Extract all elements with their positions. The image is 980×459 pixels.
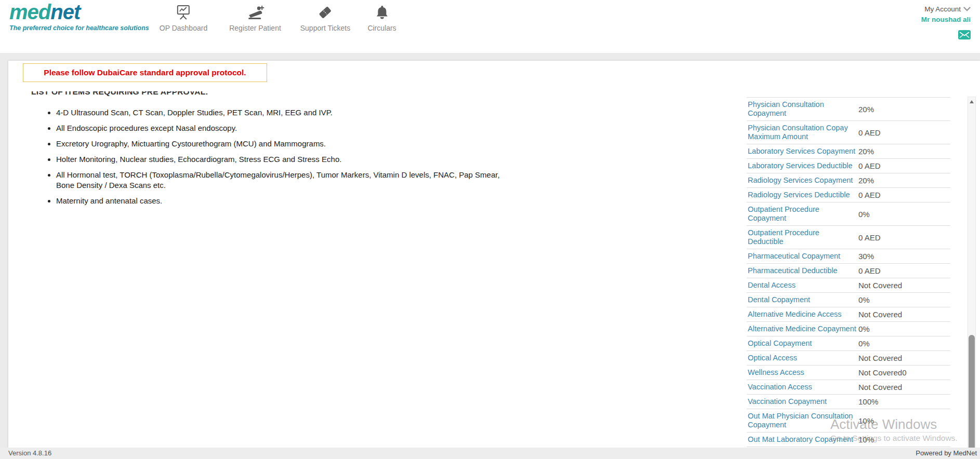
benefit-label-link[interactable]: Optical Access	[748, 354, 857, 362]
benefit-row: Outpatient Procedure Copayment 0%	[747, 203, 950, 226]
benefit-label-link[interactable]: Pharmaceutical Copayment	[748, 252, 857, 261]
benefit-row: Physician Consultation Copay Maximum Amo…	[747, 121, 950, 144]
benefit-row: Pharmaceutical Deductible 0 AED	[747, 264, 950, 278]
benefit-value: Not Covered0	[857, 368, 950, 377]
register-patient-icon	[229, 3, 281, 22]
my-account-label: My Account	[924, 5, 961, 13]
logo-med-text: med	[9, 1, 50, 23]
benefits-table: Physician Consultation Copayment 20% Phy…	[747, 97, 950, 447]
envelope-icon[interactable]	[958, 30, 971, 42]
benefit-row: Wellness Access Not Covered0	[747, 366, 950, 380]
benefit-row: Out Mat Physician Consultation Copayment…	[747, 409, 950, 433]
nav-label: Register Patient	[229, 24, 281, 32]
bell-icon	[367, 3, 396, 22]
benefit-label-link[interactable]: Wellness Access	[748, 368, 857, 377]
table-scrollbar[interactable]	[968, 97, 976, 448]
benefit-label-link[interactable]: Radiology Services Deductible	[748, 191, 857, 199]
logo-tagline: The preferred choice for healthcare solu…	[9, 24, 149, 32]
benefit-label-link[interactable]: Physician Consultation Copayment	[748, 100, 857, 118]
nav-item-register-patient[interactable]: Register Patient	[229, 3, 281, 32]
benefit-value: 0%	[857, 210, 950, 219]
benefit-row: Optical Copayment 0%	[747, 336, 950, 351]
pre-approval-heading-clip: LIST OF ITEMS REQUIRING PRE APPROVAL:	[31, 91, 395, 99]
benefit-label-link[interactable]: Laboratory Services Deductible	[748, 161, 857, 170]
benefit-value: 20%	[857, 105, 950, 114]
app-footer: Version 4.8.16 Powered by MedNet	[0, 448, 980, 459]
pre-approval-list-item: 4-D Ultrasound Scan, CT Scan, Doppler St…	[56, 107, 507, 118]
benefit-label-link[interactable]: Outpatient Procedure Deductible	[748, 228, 857, 246]
benefit-row: Laboratory Services Copayment 20%	[747, 144, 950, 159]
benefit-value: 20%	[857, 147, 950, 156]
logo-wordmark: mednet	[9, 1, 149, 23]
benefit-value: 20%	[857, 176, 950, 185]
benefit-value: 0 AED	[857, 161, 950, 170]
benefit-label-link[interactable]: Alternative Medicine Access	[748, 310, 857, 319]
benefit-row: Dental Access Not Covered	[747, 278, 950, 293]
mednet-logo[interactable]: mednet The preferred choice for healthca…	[9, 1, 149, 32]
logo-net-text: net	[50, 1, 80, 23]
app-header: mednet The preferred choice for healthca…	[0, 0, 980, 53]
nav-label: Circulars	[367, 24, 396, 32]
benefit-label-link[interactable]: Laboratory Services Copayment	[748, 147, 857, 156]
benefit-row: Vaccination Copayment 100%	[747, 395, 950, 409]
pre-approval-list-item: Excretory Urography, Mictuarting Cystour…	[56, 139, 507, 149]
benefit-value: 10%	[857, 416, 950, 425]
benefit-value: 0 AED	[857, 128, 950, 137]
benefit-value: 100%	[857, 397, 950, 406]
benefit-row: Physician Consultation Copayment 20%	[747, 98, 950, 121]
benefit-row: Pharmaceutical Copayment 30%	[747, 249, 950, 264]
benefit-value: 0%	[857, 339, 950, 348]
benefit-value: Not Covered	[857, 310, 950, 319]
benefit-row: Out Mat Laboratory Copayment 10%	[747, 433, 950, 447]
benefit-value: 0%	[857, 295, 950, 304]
benefit-label-link[interactable]: Out Mat Physician Consultation Copayment	[748, 412, 857, 429]
benefit-row: Laboratory Services Deductible 0 AED	[747, 159, 950, 173]
chevron-down-icon	[963, 5, 971, 13]
benefit-row: Alternative Medicine Copayment 0%	[747, 322, 950, 336]
dashboard-icon	[160, 3, 207, 22]
benefit-label-link[interactable]: Radiology Services Copayment	[748, 176, 857, 185]
alert-message: Please follow DubaiCare standard approva…	[44, 68, 246, 77]
benefit-label-link[interactable]: Optical Copayment	[748, 339, 857, 348]
nav-item-circulars[interactable]: Circulars	[367, 3, 396, 32]
nav-item-op-dashboard[interactable]: OP Dashboard	[160, 3, 207, 32]
benefit-label-link[interactable]: Pharmaceutical Deductible	[748, 266, 857, 275]
scrollbar-thumb[interactable]	[969, 335, 975, 459]
benefit-label-link[interactable]: Physician Consultation Copay Maximum Amo…	[748, 124, 857, 141]
benefit-row: Dental Copayment 0%	[747, 293, 950, 307]
benefit-label-link[interactable]: Dental Copayment	[748, 295, 857, 304]
benefit-row: Vaccination Access Not Covered	[747, 380, 950, 395]
benefit-value: 0 AED	[857, 191, 950, 199]
benefit-row: Outpatient Procedure Deductible 0 AED	[747, 226, 950, 249]
version-label: Version 4.8.16	[8, 449, 51, 457]
benefit-label-link[interactable]: Vaccination Access	[748, 383, 857, 392]
account-area: My Account Mr noushad ali	[921, 4, 971, 23]
powered-by-label: Powered by MedNet	[916, 449, 977, 457]
benefit-row: Optical Access Not Covered	[747, 351, 950, 366]
pre-approval-list-item: Maternity and antenatal cases.	[56, 196, 507, 206]
benefit-label-link[interactable]: Alternative Medicine Copayment	[748, 325, 857, 333]
benefit-label-link[interactable]: Dental Access	[748, 281, 857, 290]
benefit-value: 10%	[857, 435, 950, 444]
page: mednet The preferred choice for healthca…	[0, 0, 980, 459]
my-account-menu[interactable]: My Account	[924, 5, 971, 13]
benefit-row: Alternative Medicine Access Not Covered	[747, 307, 950, 322]
ticket-icon	[300, 3, 351, 22]
pre-approval-list: 4-D Ultrasound Scan, CT Scan, Doppler St…	[39, 107, 507, 211]
benefit-value: 0%	[857, 325, 950, 333]
benefit-label-link[interactable]: Vaccination Copayment	[748, 397, 857, 406]
benefit-value: Not Covered	[857, 281, 950, 290]
benefit-row: Radiology Services Deductible 0 AED	[747, 188, 950, 203]
alert-banner: Please follow DubaiCare standard approva…	[23, 63, 267, 82]
nav-label: OP Dashboard	[160, 24, 207, 32]
benefit-value: Not Covered	[857, 383, 950, 392]
benefit-label-link[interactable]: Out Mat Laboratory Copayment	[748, 435, 857, 444]
pre-approval-list-item: All Endoscopic procedures except Nasal e…	[56, 123, 507, 133]
benefit-value: Not Covered	[857, 354, 950, 362]
benefit-value: 0 AED	[857, 266, 950, 275]
scroll-up-arrow-icon[interactable]	[969, 99, 974, 104]
nav-item-support-tickets[interactable]: Support Tickets	[300, 3, 351, 32]
benefit-label-link[interactable]: Outpatient Procedure Copayment	[748, 205, 857, 223]
benefit-value: 0 AED	[857, 233, 950, 242]
pre-approval-list-item: Holter Monitoring, Nuclear studies, Echo…	[56, 154, 507, 165]
